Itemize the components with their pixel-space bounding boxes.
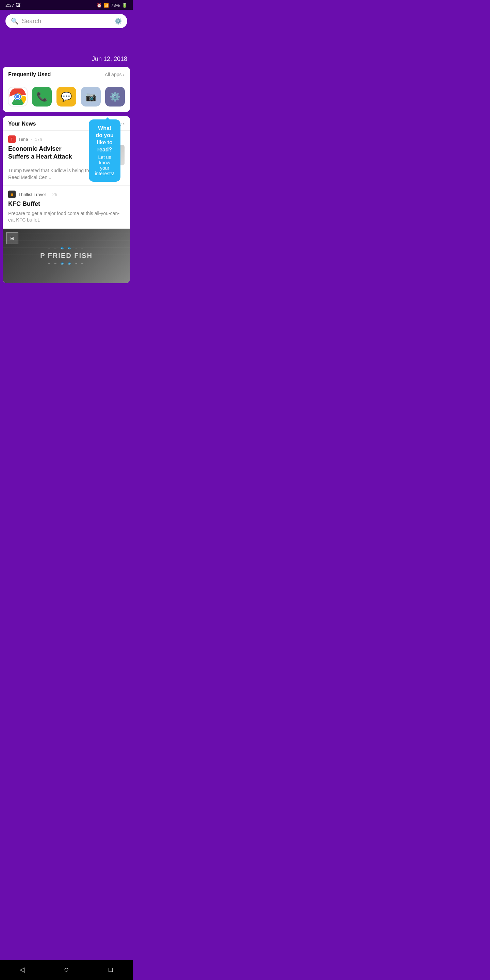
battery-icon: 🔋 xyxy=(122,3,127,8)
app-phone[interactable]: 📞 xyxy=(32,87,52,107)
tooltip-popup[interactable]: What do you like to read? Let us know yo… xyxy=(89,119,121,182)
news-summary-2: Prepare to get a major food coma at this… xyxy=(8,210,124,224)
settings-app-icon: ⚙️ xyxy=(105,87,125,107)
messages-icon: 💬 xyxy=(56,87,76,107)
source-time-1: 17h xyxy=(35,137,42,142)
battery-text: 78% xyxy=(111,3,120,8)
app-camera[interactable]: 📷 xyxy=(81,87,101,107)
app-icons-row: 📞 💬 📷 ⚙️ xyxy=(3,81,130,112)
date-display: Jun 12, 2018 xyxy=(0,56,133,67)
news-title-1: Economic AdviserSuffers a Heart Attack xyxy=(8,145,94,161)
news-article-2[interactable]: ▦ Thrillist Travel · 2h KFC Buffet Prepa… xyxy=(3,186,130,229)
header-area: 🔍 Search ⚙️ xyxy=(0,10,133,28)
status-right: ⏰ 📶 78% 🔋 xyxy=(97,3,127,8)
frequently-used-title: Frequently Used xyxy=(8,72,51,78)
news-source-row-2: ▦ Thrillist Travel · 2h xyxy=(8,191,124,198)
search-bar[interactable]: 🔍 Search ⚙️ xyxy=(5,14,127,28)
all-apps-button[interactable]: All apps › xyxy=(105,72,124,77)
camera-icon: 📷 xyxy=(81,87,101,107)
news-title-2: KFC Buffet xyxy=(8,200,124,208)
phone-icon: 📞 xyxy=(32,87,52,107)
frequently-used-header: Frequently Used All apps › xyxy=(3,67,130,81)
svg-point-2 xyxy=(16,95,19,98)
source-name-1: Time xyxy=(18,137,28,142)
source-time-2: 2h xyxy=(52,192,57,197)
frequently-used-card: Frequently Used All apps › xyxy=(3,67,130,112)
your-news-card: Your News Personalize › T Time · 17h Eco… xyxy=(3,116,130,283)
status-left: 2:37 🖼 xyxy=(5,3,21,8)
app-messages[interactable]: 💬 xyxy=(56,87,76,107)
tooltip-subtitle: Let us know your interests! xyxy=(95,154,115,176)
source-dot-1: · xyxy=(30,137,32,142)
app-settings[interactable]: ⚙️ xyxy=(105,87,125,107)
settings-icon[interactable]: ⚙️ xyxy=(115,18,122,25)
kfc-icon-box: ⊞ xyxy=(6,232,18,244)
tooltip-title: What do you like to read? xyxy=(95,125,115,153)
search-icon: 🔍 xyxy=(11,18,18,25)
screenshot-icon: 🖼 xyxy=(16,3,21,8)
status-time: 2:37 xyxy=(5,3,14,8)
app-chrome[interactable] xyxy=(8,87,27,107)
chrome-icon xyxy=(8,87,27,107)
your-news-title: Your News xyxy=(8,121,36,127)
time-logo: T xyxy=(8,135,16,143)
signal-icon: 📶 xyxy=(104,3,109,8)
kfc-text: P FRIED FISH xyxy=(40,252,92,259)
kfc-image: ⊞ ～ ～ 🐟 🐟 ～ ～ P FRIED FISH ～ ～ 🐟 🐟 ～ ～ xyxy=(3,229,130,283)
source-name-2: Thrillist Travel xyxy=(18,192,46,197)
source-dot-2: · xyxy=(48,192,50,197)
alarm-icon: ⏰ xyxy=(97,3,102,8)
search-input[interactable]: Search xyxy=(22,18,115,25)
status-bar: 2:37 🖼 ⏰ 📶 78% 🔋 xyxy=(0,0,133,10)
thrillist-logo: ▦ xyxy=(8,191,16,198)
news-article-1[interactable]: T Time · 17h Economic AdviserSuffers a H… xyxy=(3,130,130,186)
kfc-icon-symbol: ⊞ xyxy=(10,235,14,241)
